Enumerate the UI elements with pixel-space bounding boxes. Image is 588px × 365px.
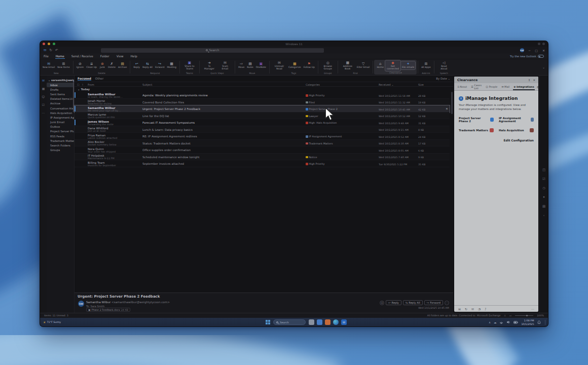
mail-icon[interactable]: ✉ (42, 79, 45, 82)
tab-other[interactable]: Other (95, 77, 103, 80)
show-desktop-button[interactable] (545, 320, 546, 325)
column-received[interactable]: Received ⌄ (379, 83, 394, 86)
panels-icon[interactable]: ◫ (542, 168, 545, 172)
taskbar-search[interactable]: Search (273, 319, 306, 325)
new-email-button[interactable]: ✉New Email (42, 61, 56, 69)
panel-tab-integrations[interactable]: ⊕Integrations (512, 83, 535, 90)
more-actions-icon[interactable]: ⋯ (445, 301, 449, 305)
tasks-icon[interactable]: ☑ (542, 177, 545, 181)
onenote-button[interactable]: ▣OneNote (255, 61, 267, 69)
forward-button[interactable]: ↪Forward (154, 61, 165, 69)
folder-groups[interactable]: Groups (47, 148, 74, 153)
wifi-icon[interactable] (499, 320, 503, 324)
pin-icon[interactable]: ↧ (528, 79, 531, 82)
archive-button[interactable]: ▤Archive (117, 61, 128, 69)
folder-outbox[interactable]: Outbox (47, 125, 74, 129)
sparkle-icon[interactable]: ✦ (542, 195, 545, 199)
panel-tab-mail[interactable]: ✉Mail (500, 83, 511, 90)
volume-icon[interactable] (506, 320, 510, 324)
group-header-today[interactable]: ⌄ Today (78, 88, 90, 91)
mail-icon[interactable]: ✉ (471, 307, 474, 311)
menu-tab-help[interactable]: Help (127, 54, 140, 59)
like-icon[interactable]: ☺ (380, 301, 384, 305)
column-subject[interactable]: Subject (142, 83, 152, 86)
people-icon[interactable]: ☺ (42, 95, 45, 98)
panel-tab-people[interactable]: ☺People (484, 83, 499, 90)
close-button[interactable]: ✕ (542, 49, 545, 52)
folder-scrollbar[interactable] (73, 82, 74, 112)
folder-deleted-items[interactable]: Deleted Items19 (47, 97, 74, 101)
widgets-button[interactable]: ☀ 71°F Sunny (43, 320, 61, 324)
photos-icon[interactable] (325, 319, 330, 325)
matter-trademark-matters[interactable]: Trademark Matters (459, 128, 494, 132)
read-aloud-button[interactable]: ◁Read Aloud (436, 60, 452, 71)
refresh-icon[interactable]: ↻ (465, 307, 467, 311)
zoom-level[interactable]: 100% (537, 314, 544, 317)
team-email-button[interactable]: ✉Team Email (217, 60, 233, 71)
more-apps-icon[interactable]: ⋯ (42, 111, 45, 115)
message-row[interactable]: Billing TeamInvoices for SeptemberSeptem… (75, 160, 450, 167)
flag-icon[interactable]: ⚑ (446, 107, 448, 111)
message-row[interactable]: Priya RamanLatest redlines attachedRE: I… (75, 133, 450, 140)
categorize-button[interactable]: ▦Categorize (287, 61, 302, 69)
start-button[interactable] (266, 320, 270, 324)
all-apps-button[interactable]: ⊞All Apps (420, 61, 432, 69)
folder-inbox[interactable]: Inbox (47, 83, 74, 87)
attachment-chip[interactable]: ▣ Phase 2 Feedback.docx 24 KB (86, 308, 130, 312)
onedrive-icon[interactable]: ☁ (494, 321, 497, 324)
collapse-icon[interactable]: ‹ (543, 213, 545, 217)
column-categories[interactable]: Categories (306, 83, 320, 86)
tab-focused[interactable]: Focused (78, 77, 91, 81)
folder-project-server-phase-2[interactable]: Project Server Phase 2 (47, 129, 74, 134)
panel-tab-about[interactable]: ℹAbout (456, 83, 468, 90)
apps-icon[interactable]: ⊞ (458, 307, 461, 311)
new-outlook-toggle[interactable] (538, 55, 544, 58)
store-icon[interactable] (317, 319, 322, 325)
sort-by-date[interactable]: By Date ⌄ (436, 77, 450, 80)
list-scrollbar[interactable] (451, 92, 453, 114)
minimize-button[interactable]: ─ (529, 49, 531, 52)
task-view-icon[interactable] (309, 319, 314, 325)
panel-tab-cases-list[interactable]: ☰Cases List (469, 83, 483, 90)
matter-halo-acquisition[interactable]: Halo Acquisition (499, 128, 534, 132)
folder-trademark-matters[interactable]: Trademark Matters (47, 138, 74, 143)
message-row[interactable]: Marcus LymeQuick question on thisLine fo… (75, 113, 450, 120)
search-input[interactable]: Search (101, 48, 324, 53)
unread-read-button[interactable]: ✉Unread/ Read (272, 60, 287, 71)
filter-email-button[interactable]: ▽Filter Email (356, 61, 371, 69)
menu-tab-file[interactable]: File (40, 54, 52, 59)
notifications-bell-icon[interactable] (537, 320, 541, 324)
share-icon[interactable]: ⤴ (485, 307, 486, 311)
zoom-slider[interactable] (515, 315, 533, 316)
edge-icon[interactable] (333, 319, 339, 325)
avatar[interactable]: SW (520, 48, 524, 52)
message-row[interactable]: Dana WhitfordJoin us at noonLunch & Lear… (75, 126, 450, 133)
clearvance-home-button[interactable]: ⌂Home (376, 61, 385, 69)
menu-tab-folder[interactable]: Folder (97, 54, 113, 59)
cleanup-button[interactable]: ⇊Clean Up (85, 61, 98, 69)
junk-button[interactable]: ⊗Junk (98, 61, 106, 69)
folder-drafts[interactable]: Drafts (47, 87, 74, 92)
menu-tab-send-receive[interactable]: Send / Receive (68, 54, 97, 59)
forward-button[interactable]: ↪Forward (424, 300, 443, 305)
reply-button[interactable]: ↩Reply (386, 300, 401, 305)
taskbar-clock[interactable]: 1:08 PM 10/1/2025 (521, 319, 534, 325)
menu-tab-view[interactable]: View (113, 54, 127, 59)
rules-button[interactable]: ▤Rules (246, 61, 254, 69)
matter-project-server-phase-2[interactable]: Project Server Phase 2 (459, 117, 494, 123)
tray-overflow-icon[interactable]: ∧ (489, 321, 491, 324)
folder-rss-feeds[interactable]: RSS Feeds (47, 134, 74, 138)
history-icon[interactable]: ◔ (478, 307, 481, 311)
calendar-icon[interactable]: ▦ (42, 87, 45, 90)
message-row[interactable]: Jonah HorneAttached for reviewCovered Bo… (75, 99, 450, 106)
settings-gear-icon[interactable]: ⚙ (537, 85, 538, 89)
menu-tab-home[interactable]: Home (52, 54, 68, 59)
send-receive-icon[interactable]: ↻ (49, 48, 52, 52)
folder-archive[interactable]: Archive (47, 101, 74, 106)
clock-icon[interactable]: ◷ (542, 186, 545, 190)
layout-view-icon[interactable]: ▭ (509, 314, 512, 317)
message-row[interactable]: Samantha WilburHi team, sharing the late… (75, 92, 450, 99)
message-row[interactable]: Alex BeckerDocket summary belowStatus: T… (75, 140, 450, 147)
delete-button[interactable]: ✗Delete (107, 61, 117, 69)
account-folder[interactable]: ⌄ sarasmith@weightytycoon.com (47, 78, 74, 83)
